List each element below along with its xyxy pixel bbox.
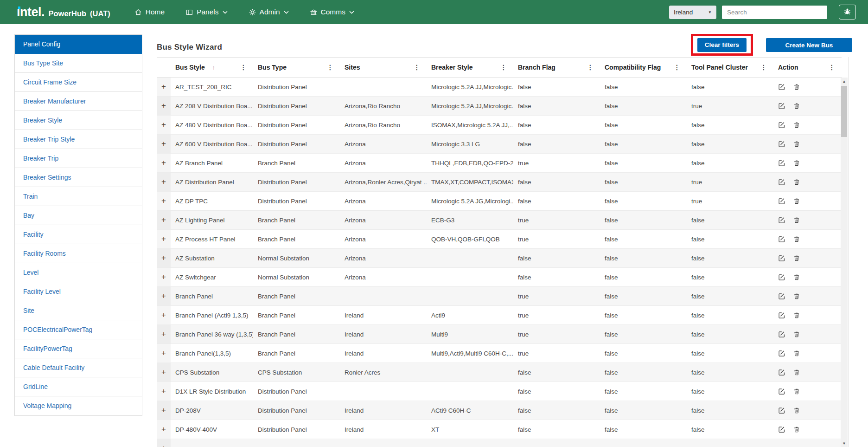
nav-item-panels[interactable]: Panels (186, 8, 227, 16)
expand-row-button[interactable]: + (157, 135, 171, 153)
trash-icon[interactable] (793, 273, 800, 281)
expand-row-button[interactable]: + (157, 420, 171, 439)
edit-icon[interactable] (778, 350, 785, 357)
edit-icon[interactable] (778, 102, 785, 110)
sidebar-item-facility-level[interactable]: Facility Level (15, 282, 142, 301)
expand-row-button[interactable]: + (157, 306, 171, 324)
create-new-bus-button[interactable]: Create New Bus (766, 38, 852, 52)
column-header-bus-style[interactable]: Bus Style↑⋮ (171, 58, 253, 77)
trash-icon[interactable] (793, 121, 800, 129)
edit-icon[interactable] (778, 311, 785, 319)
edit-icon[interactable] (778, 292, 785, 300)
sidebar-item-breaker-trip-style[interactable]: Breaker Trip Style (15, 130, 142, 149)
trash-icon[interactable] (793, 350, 800, 357)
expand-row-button[interactable]: + (157, 192, 171, 210)
edit-icon[interactable] (778, 330, 785, 338)
expand-row-button[interactable]: + (157, 230, 171, 248)
column-menu-icon[interactable]: ⋮ (674, 64, 680, 71)
trash-icon[interactable] (793, 330, 800, 338)
expand-row-button[interactable]: + (157, 97, 171, 115)
edit-icon[interactable] (778, 121, 785, 129)
edit-icon[interactable] (778, 273, 785, 281)
trash-icon[interactable] (793, 140, 800, 148)
expand-row-button[interactable]: + (157, 268, 171, 286)
trash-icon[interactable] (793, 178, 800, 186)
edit-icon[interactable] (778, 388, 785, 395)
expand-row-button[interactable]: + (157, 325, 171, 343)
trash-icon[interactable] (793, 159, 800, 167)
column-header-breaker-style[interactable]: Breaker Style⋮ (427, 58, 513, 77)
column-menu-icon[interactable]: ⋮ (587, 64, 594, 71)
trash-icon[interactable] (793, 102, 800, 110)
edit-icon[interactable] (778, 426, 785, 433)
column-header-branch-flag[interactable]: Branch Flag⋮ (513, 58, 600, 77)
column-header-sites[interactable]: Sites⋮ (340, 58, 427, 77)
trash-icon[interactable] (793, 369, 800, 376)
edit-icon[interactable] (778, 407, 785, 414)
column-header-tool-panel-cluster[interactable]: Tool Panel Cluster⋮ (687, 58, 773, 77)
trash-icon[interactable] (793, 388, 800, 395)
expand-row-button[interactable]: + (157, 439, 171, 447)
expand-row-button[interactable]: + (157, 344, 171, 363)
scroll-down-arrow[interactable]: ▼ (841, 440, 848, 447)
column-header-bus-type[interactable]: Bus Type⋮ (253, 58, 340, 77)
sidebar-item-cable-default-facility[interactable]: Cable Default Facility (15, 358, 142, 377)
sidebar-item-facility[interactable]: Facility (15, 225, 142, 244)
sidebar-item-facility-rooms[interactable]: Facility Rooms (15, 244, 142, 263)
expand-row-button[interactable]: + (157, 173, 171, 191)
edit-icon[interactable] (778, 197, 785, 205)
expand-row-button[interactable]: + (157, 382, 171, 401)
search-input[interactable] (722, 6, 827, 19)
expand-row-button[interactable]: + (157, 116, 171, 134)
column-header-compatibility-flag[interactable]: Compatibility Flag⋮ (600, 58, 687, 77)
trash-icon[interactable] (793, 311, 800, 319)
expand-row-button[interactable]: + (157, 154, 171, 172)
sidebar-item-breaker-manufacturer[interactable]: Breaker Manufacturer (15, 92, 142, 111)
edit-icon[interactable] (778, 235, 785, 243)
expand-row-button[interactable]: + (157, 401, 171, 420)
trash-icon[interactable] (793, 216, 800, 224)
table-scrollbar[interactable]: ▲ ▼ (841, 78, 848, 447)
nav-item-home[interactable]: Home (134, 8, 165, 16)
nav-item-admin[interactable]: Admin (249, 8, 289, 16)
column-menu-icon[interactable]: ⋮ (414, 64, 420, 71)
column-menu-icon[interactable]: ⋮ (327, 64, 333, 71)
trash-icon[interactable] (793, 235, 800, 243)
sidebar-item-breaker-trip[interactable]: Breaker Trip (15, 149, 142, 168)
edit-icon[interactable] (778, 159, 785, 167)
sidebar-item-circuit-frame-size[interactable]: Circuit Frame Size (15, 73, 142, 92)
column-menu-icon[interactable]: ⋮ (500, 64, 507, 71)
sidebar-item-gridline[interactable]: GridLine (15, 377, 142, 396)
expand-row-button[interactable]: + (157, 78, 171, 96)
sidebar-item-bay[interactable]: Bay (15, 206, 142, 225)
edit-icon[interactable] (778, 216, 785, 224)
sidebar-item-voltage-mapping[interactable]: Voltage Mapping (15, 396, 142, 415)
column-menu-icon[interactable]: ⋮ (760, 64, 767, 71)
sidebar-item-breaker-settings[interactable]: Breaker Settings (15, 168, 142, 187)
trash-icon[interactable] (793, 292, 800, 300)
region-select[interactable]: Ireland ▼ (669, 6, 716, 19)
column-menu-icon[interactable]: ⋮ (829, 64, 835, 71)
scrollbar-thumb[interactable] (841, 86, 847, 137)
trash-icon[interactable] (793, 197, 800, 205)
sidebar-item-pocelectricalpowertag[interactable]: POCElectricalPowerTag (15, 320, 142, 339)
edit-icon[interactable] (778, 140, 785, 148)
trash-icon[interactable] (793, 407, 800, 414)
sidebar-item-bus-type-site[interactable]: Bus Type Site (15, 54, 142, 73)
edit-icon[interactable] (778, 254, 785, 262)
debug-button[interactable] (839, 5, 856, 19)
column-menu-icon[interactable]: ⋮ (240, 64, 247, 71)
sidebar-item-level[interactable]: Level (15, 263, 142, 282)
expand-row-button[interactable]: + (157, 363, 171, 382)
edit-icon[interactable] (778, 369, 785, 376)
expand-row-button[interactable]: + (157, 211, 171, 229)
sidebar-item-train[interactable]: Train (15, 187, 142, 206)
nav-item-comms[interactable]: Comms (310, 8, 354, 16)
sidebar-item-facilitypowertag[interactable]: FacilityPowerTag (15, 339, 142, 358)
sidebar-item-site[interactable]: Site (15, 301, 142, 320)
edit-icon[interactable] (778, 83, 785, 91)
trash-icon[interactable] (793, 83, 800, 91)
expand-row-button[interactable]: + (157, 249, 171, 267)
expand-row-button[interactable]: + (157, 287, 171, 305)
sidebar-item-panel-config[interactable]: Panel Config (15, 35, 142, 54)
